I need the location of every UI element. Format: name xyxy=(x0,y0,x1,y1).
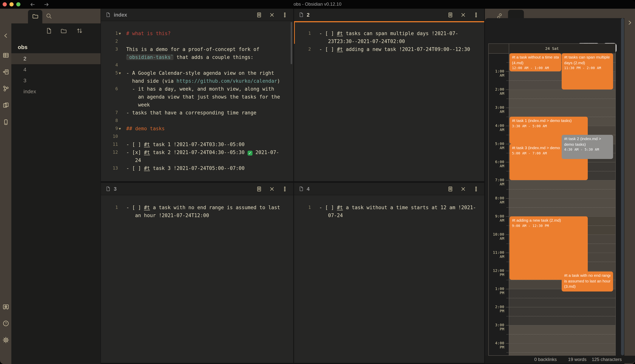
help-icon[interactable]: ? xyxy=(2,319,10,327)
file-item-2[interactable]: 2 xyxy=(11,53,101,64)
fold-slot xyxy=(311,212,315,220)
tag-t[interactable]: #t xyxy=(144,150,150,155)
line-text: 23T23:30--2021-07-24T02:00 xyxy=(328,38,405,45)
fold-slot xyxy=(118,140,122,148)
text-segment: # what is this? xyxy=(126,30,171,36)
editor-line[interactable]: 8 xyxy=(101,117,293,124)
editor-line[interactable]: 1- [ ] #t a task without a time starts a… xyxy=(294,204,484,212)
tag-t[interactable]: #t xyxy=(144,166,150,171)
close-window-button[interactable] xyxy=(3,2,7,6)
calendar-event[interactable]: #t a task without a time star(4.md)12:00… xyxy=(509,53,561,71)
pane-menu-button[interactable] xyxy=(280,184,289,193)
editor-line[interactable]: 24 xyxy=(101,156,293,164)
toggle-preview-button[interactable] xyxy=(446,184,455,193)
editor-line[interactable]: 3This is a demo for a proof-of-concept f… xyxy=(101,45,293,53)
editor-content[interactable]: 1- [ ] #t tasks can span multiple days !… xyxy=(294,21,484,181)
close-pane-button[interactable] xyxy=(267,10,276,19)
editor-line[interactable]: 9## demo tasks xyxy=(101,124,293,132)
close-pane-button[interactable] xyxy=(267,184,276,193)
stacked-panes-icon[interactable] xyxy=(2,101,10,109)
editor-line[interactable]: 07-24 xyxy=(294,212,484,220)
pane-menu-button[interactable] xyxy=(471,10,480,19)
pane-menu-button[interactable] xyxy=(471,184,480,193)
pane-menu-button[interactable] xyxy=(280,10,289,19)
close-pane-button[interactable] xyxy=(458,184,468,193)
editor-line[interactable]: 13- [ ] #t task 3 !2021-07-24T05:00--07:… xyxy=(101,164,293,172)
file-item-3[interactable]: 3 xyxy=(11,75,101,86)
fold-slot xyxy=(311,30,315,38)
link[interactable]: https://github.com/vkurko/calendar xyxy=(177,78,277,84)
text-segment: a task with no end range is assumed to l… xyxy=(150,205,280,210)
event-time: 9:00 AM - 12:30 PM xyxy=(512,223,585,228)
editor-line[interactable]: an hour !2021-07-24T12:00 xyxy=(101,212,293,220)
calendar-event[interactable]: #t task 2 (index.md >demo tasks)4:30 AM … xyxy=(561,135,613,159)
zoom-window-button[interactable] xyxy=(16,2,21,6)
open-slides-icon[interactable] xyxy=(2,68,10,76)
editor-scrollbar[interactable] xyxy=(290,22,292,64)
fold-arrow-icon[interactable] xyxy=(118,69,122,77)
calendar-event[interactable]: #t adding a new task (2.md)9:00 AM - 12:… xyxy=(509,216,588,280)
toggle-preview-button[interactable] xyxy=(254,184,264,193)
editor-line[interactable]: 11- [ ] #t task 1 !2021-07-24T03:30--05:… xyxy=(101,140,293,148)
minimize-window-button[interactable] xyxy=(10,2,14,6)
editor-line[interactable]: 7- tasks that have a corresponding time … xyxy=(101,109,293,117)
calendar-event[interactable]: #t a task with no end rangeis assumed to… xyxy=(561,272,613,292)
sort-order-button[interactable] xyxy=(75,26,84,35)
vault-title[interactable]: obs xyxy=(11,42,101,53)
tag-t[interactable]: #t xyxy=(144,142,150,147)
time-label: 3:00 PM xyxy=(489,323,504,331)
calendar-event[interactable]: #t tasks can span multipledays (2.md)11:… xyxy=(561,53,613,90)
editor-content[interactable]: 1- [ ] #t a task without a time starts a… xyxy=(294,195,484,363)
settings-icon[interactable] xyxy=(2,336,10,344)
editor-line[interactable]: 10 xyxy=(101,132,293,140)
tag-t[interactable]: #t xyxy=(337,30,343,36)
editor-line[interactable]: 1# what is this? xyxy=(101,30,293,38)
editor-line[interactable]: hand side (via https://github.com/vkurko… xyxy=(101,77,293,85)
line-text: an hour !2021-07-24T12:00 xyxy=(135,212,209,220)
editor-content[interactable]: 1# what is this?23This is a demo for a p… xyxy=(101,21,293,181)
half-hour-line xyxy=(509,98,615,99)
editor-content[interactable]: 1- [ ] #t a task with no end range is as… xyxy=(101,195,293,363)
editor-line[interactable]: week xyxy=(101,101,293,109)
new-folder-button[interactable] xyxy=(60,26,68,35)
tab-file-explorer[interactable] xyxy=(31,12,39,20)
editor-line[interactable]: 2- [ ] #t adding a new task !2021-07-24T… xyxy=(294,45,484,53)
new-note-button[interactable] xyxy=(45,26,53,35)
event-title-line: #t task 2 (index.md > xyxy=(564,136,610,142)
tag-t[interactable]: #t xyxy=(337,205,343,210)
vault-switcher-icon[interactable] xyxy=(2,302,10,311)
calendar-scrollbar[interactable] xyxy=(621,18,624,355)
editor-line[interactable]: 23T23:30--2021-07-24T02:00 xyxy=(294,38,484,45)
editor-line[interactable]: `obsidian-tasks` that adds a couple thin… xyxy=(101,53,293,61)
editor-line[interactable]: 4 xyxy=(101,61,293,69)
editor-line[interactable]: 2 xyxy=(101,38,293,45)
toggle-preview-button[interactable] xyxy=(254,10,264,19)
editor-line[interactable]: 12- [x] #t task 2 !2021-07-24T04:30--05:… xyxy=(101,148,293,156)
tag-t[interactable]: #t xyxy=(144,205,150,210)
editor-line[interactable]: an agenda view that just shows the tasks… xyxy=(101,93,293,101)
text-segment: - A Google Calendar-style agenda view on… xyxy=(126,70,274,76)
time-label: 2:00 PM xyxy=(489,305,504,313)
line-number: 12 xyxy=(101,148,118,156)
editor-line[interactable]: 1- [ ] #t a task with no end range is as… xyxy=(101,204,293,212)
navigate-back-button[interactable] xyxy=(29,1,36,8)
editor-line[interactable]: 6 - it has a day, week, and month view, … xyxy=(101,85,293,93)
table-icon[interactable] xyxy=(2,51,10,59)
file-item-4[interactable]: 4 xyxy=(11,64,101,75)
navigate-forward-button[interactable] xyxy=(43,1,50,8)
fold-arrow-icon[interactable] xyxy=(118,124,122,132)
fold-arrow-icon[interactable] xyxy=(118,30,122,38)
editor-line[interactable]: 5- A Google Calendar-style agenda view o… xyxy=(101,69,293,77)
graph-view-icon[interactable] xyxy=(2,84,10,92)
collapse-left-icon[interactable] xyxy=(2,31,10,40)
line-number: 1 xyxy=(294,204,311,212)
tab-search[interactable] xyxy=(45,12,53,20)
tag-t[interactable]: #t xyxy=(337,46,343,52)
toggle-preview-button[interactable] xyxy=(446,10,455,19)
hour-band xyxy=(509,343,615,356)
mobile-preview-icon[interactable] xyxy=(2,118,10,126)
expand-right-sidebar-icon[interactable] xyxy=(625,18,634,27)
close-pane-button[interactable] xyxy=(458,10,468,19)
file-item-index[interactable]: index xyxy=(11,86,101,97)
editor-line[interactable]: 1- [ ] #t tasks can span multiple days !… xyxy=(294,30,484,38)
